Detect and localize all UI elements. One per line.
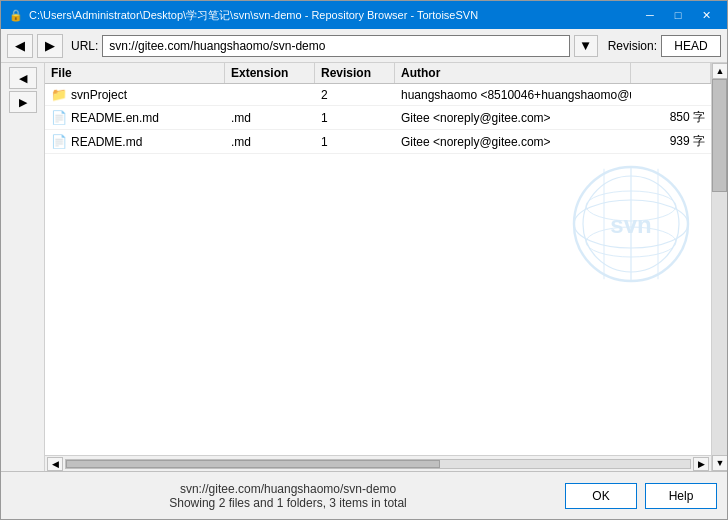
cell-author: Gitee <noreply@gitee.com> [395,106,631,129]
svn-watermark: svn [571,164,691,284]
status-buttons: OK Help [565,483,717,509]
svg-point-1 [583,176,679,272]
h-scrollbar-track[interactable] [65,459,691,469]
revision-input[interactable] [661,35,721,57]
scroll-left-button[interactable]: ◀ [47,457,63,471]
column-header-size [631,63,711,83]
h-scrollbar-thumb[interactable] [66,460,440,468]
back-button[interactable]: ◀ [7,34,33,58]
svg-text:svn: svn [610,211,651,238]
table-row[interactable]: 📄 README.en.md .md 1 Gitee <noreply@gite… [45,106,711,130]
cell-size: 850 字 [631,106,711,129]
v-scrollbar-track[interactable] [712,79,727,455]
maximize-button[interactable]: □ [665,6,691,24]
cell-file-name: 📄 README.md [45,130,225,153]
table-header: File Extension Revision Author [45,63,711,84]
cell-author: huangshaomo <8510046+huangshaomo@users.n… [395,84,631,105]
revision-label: Revision: [608,39,657,53]
status-line2: Showing 2 files and 1 folders, 3 items i… [11,496,565,510]
cell-revision: 1 [315,130,395,153]
url-input[interactable] [102,35,569,57]
minimize-button[interactable]: ─ [637,6,663,24]
left-panel-expand-button[interactable]: ▶ [9,91,37,113]
status-line1: svn://gitee.com/huangshaomo/svn-demo [11,482,565,496]
cell-size [631,84,711,105]
scroll-right-button[interactable]: ▶ [693,457,709,471]
column-header-extension[interactable]: Extension [225,63,315,83]
scroll-down-button[interactable]: ▼ [712,455,727,471]
file-icon: 📄 [51,110,67,125]
cell-extension: .md [225,130,315,153]
ok-button[interactable]: OK [565,483,637,509]
toolbar: ◀ ▶ URL: ▼ Revision: [1,29,727,63]
cell-revision: 1 [315,106,395,129]
cell-extension: .md [225,106,315,129]
left-panel: ◀ ▶ [1,63,45,471]
v-scrollbar-thumb[interactable] [712,79,727,192]
svg-point-2 [574,200,688,248]
status-bar: svn://gitee.com/huangshaomo/svn-demo Sho… [1,471,727,519]
title-bar: 🔒 C:\Users\Administrator\Desktop\学习笔记\sv… [1,1,727,29]
app-icon: 🔒 [9,9,23,22]
cell-size: 939 字 [631,130,711,153]
title-bar-controls: ─ □ ✕ [637,6,719,24]
svg-point-3 [586,191,676,221]
cell-file-name: 📄 README.en.md [45,106,225,129]
table-row[interactable]: 📁 svnProject 2 huangshaomo <8510046+huan… [45,84,711,106]
status-text: svn://gitee.com/huangshaomo/svn-demo Sho… [11,482,565,510]
table-row[interactable]: 📄 README.md .md 1 Gitee <noreply@gitee.c… [45,130,711,154]
cell-file-name: 📁 svnProject [45,84,225,105]
help-button[interactable]: Help [645,483,717,509]
forward-button[interactable]: ▶ [37,34,63,58]
scroll-up-button[interactable]: ▲ [712,63,727,79]
svg-point-0 [574,167,688,281]
vertical-scrollbar: ▲ ▼ [711,63,727,471]
file-table: File Extension Revision Author 📁 svnProj… [45,63,711,455]
folder-icon: 📁 [51,87,67,102]
cell-author: Gitee <noreply@gitee.com> [395,130,631,153]
empty-area: svn [45,154,711,354]
horizontal-scrollbar: ◀ ▶ [45,455,711,471]
left-panel-collapse-button[interactable]: ◀ [9,67,37,89]
cell-revision: 2 [315,84,395,105]
content-with-scroll: File Extension Revision Author 📁 svnProj… [45,63,727,471]
window-title: C:\Users\Administrator\Desktop\学习笔记\svn\… [29,8,478,23]
url-browse-button[interactable]: ▼ [574,35,598,57]
title-bar-left: 🔒 C:\Users\Administrator\Desktop\学习笔记\sv… [9,8,478,23]
url-label: URL: [71,39,98,53]
close-button[interactable]: ✕ [693,6,719,24]
file-icon: 📄 [51,134,67,149]
content-area: File Extension Revision Author 📁 svnProj… [45,63,711,471]
column-header-file[interactable]: File [45,63,225,83]
column-header-author[interactable]: Author [395,63,631,83]
main-area: ◀ ▶ File Extension Revision Author [1,63,727,471]
column-header-revision[interactable]: Revision [315,63,395,83]
svg-point-4 [586,227,676,257]
main-window: 🔒 C:\Users\Administrator\Desktop\学习笔记\sv… [0,0,728,520]
cell-extension [225,84,315,105]
